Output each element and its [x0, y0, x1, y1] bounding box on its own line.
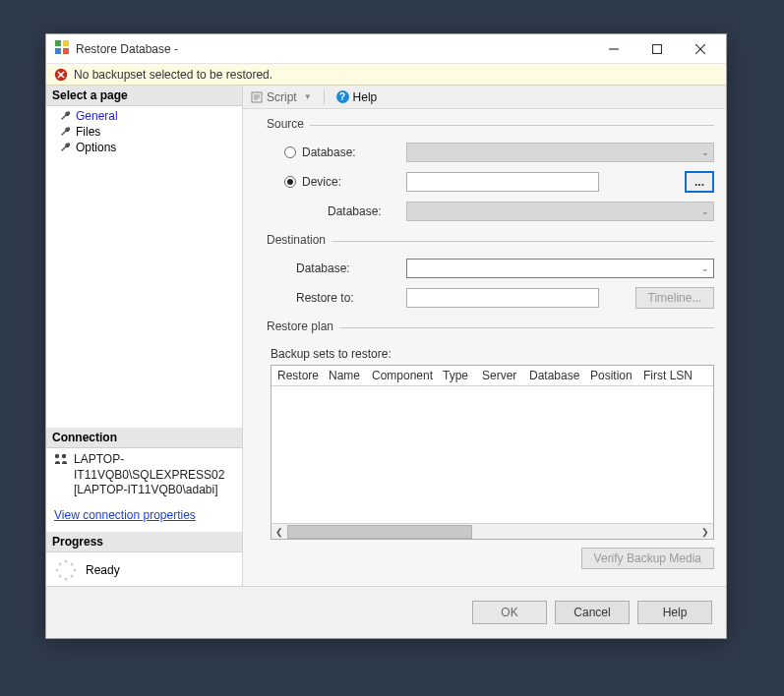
source-secondary-database-combo: ⌄: [406, 202, 714, 221]
backup-sets-grid[interactable]: Restore Name Component Type Server Datab…: [271, 365, 714, 540]
page-files[interactable]: Files: [46, 124, 242, 140]
chevron-down-icon: ▼: [304, 92, 312, 101]
cancel-button[interactable]: Cancel: [555, 601, 630, 624]
window-title: Restore Database -: [76, 42, 592, 56]
restore-to-label: Restore to:: [284, 291, 406, 305]
svg-point-15: [74, 569, 77, 572]
source-database-radio[interactable]: [284, 146, 296, 158]
scroll-left-icon[interactable]: ❮: [271, 524, 287, 540]
svg-point-16: [71, 575, 74, 578]
col-type[interactable]: Type: [437, 366, 476, 385]
error-icon: [54, 68, 68, 82]
wrench-icon: [60, 126, 72, 138]
col-name[interactable]: Name: [323, 366, 366, 385]
titlebar: Restore Database -: [46, 34, 726, 64]
grid-header: Restore Name Component Type Server Datab…: [271, 366, 713, 386]
svg-rect-5: [653, 44, 662, 53]
help-icon: ?: [336, 90, 349, 103]
grid-body: [271, 386, 713, 523]
connection-info: LAPTOP-IT11VQB0\SQLEXPRESS02 [LAPTOP-IT1…: [46, 448, 242, 502]
page-options[interactable]: Options: [46, 140, 242, 155]
restore-to-input[interactable]: [406, 288, 599, 308]
svg-rect-2: [55, 48, 61, 54]
svg-point-14: [71, 563, 74, 566]
toolbar-divider: [324, 89, 325, 105]
svg-point-18: [59, 575, 62, 578]
help-button-footer[interactable]: Help: [637, 601, 712, 624]
chevron-down-icon: ⌄: [701, 147, 709, 157]
warning-text: No backupset selected to be restored.: [74, 68, 272, 82]
col-server[interactable]: Server: [476, 366, 523, 385]
restore-plan-group-label: Restore plan: [267, 319, 339, 333]
toolstrip: Script ▼ ? Help: [243, 86, 726, 109]
svg-rect-1: [63, 40, 69, 46]
server-icon: [54, 452, 68, 498]
source-database-label: Database:: [302, 145, 406, 159]
restore-database-dialog: Restore Database - No backupset selected…: [45, 33, 727, 639]
dialog-footer: OK Cancel Help: [46, 587, 726, 638]
source-device-radio[interactable]: [284, 176, 296, 188]
source-device-label: Device:: [302, 175, 406, 189]
progress-status: Ready: [46, 552, 242, 586]
ok-button[interactable]: OK: [472, 601, 547, 624]
left-pane: Select a page General Files Options Conn…: [46, 86, 243, 586]
dest-database-combo[interactable]: ⌄: [406, 259, 714, 278]
view-connection-properties-link[interactable]: View connection properties: [46, 502, 242, 532]
connection-header: Connection: [46, 428, 242, 448]
source-device-input[interactable]: [406, 172, 599, 192]
wrench-icon: [60, 110, 72, 122]
scroll-right-icon[interactable]: ❯: [697, 524, 713, 540]
page-general[interactable]: General: [46, 108, 242, 124]
progress-header: Progress: [46, 532, 242, 552]
select-page-header: Select a page: [46, 86, 242, 106]
chevron-down-icon: ⌄: [701, 263, 709, 273]
connection-string: LAPTOP-IT11VQB0\SQLEXPRESS02 [LAPTOP-IT1…: [74, 452, 236, 498]
app-icon: [54, 39, 70, 58]
wrench-icon: [60, 142, 72, 153]
col-restore[interactable]: Restore: [271, 366, 323, 385]
script-icon: [251, 91, 263, 103]
source-secondary-database-label: Database:: [284, 204, 406, 218]
chevron-down-icon: ⌄: [701, 206, 709, 216]
warning-bar: No backupset selected to be restored.: [46, 64, 726, 86]
script-button[interactable]: Script ▼: [247, 88, 316, 106]
col-database[interactable]: Database: [523, 366, 584, 385]
verify-backup-media-button: Verify Backup Media: [581, 548, 714, 569]
svg-point-13: [65, 560, 68, 563]
help-button[interactable]: ? Help: [332, 88, 382, 106]
close-button[interactable]: [679, 35, 722, 63]
destination-group-label: Destination: [267, 233, 332, 247]
svg-point-19: [56, 569, 59, 572]
col-position[interactable]: Position: [584, 366, 637, 385]
col-component[interactable]: Component: [366, 366, 437, 385]
progress-spinner-icon: [54, 558, 78, 582]
svg-point-20: [59, 563, 62, 566]
svg-rect-3: [63, 48, 69, 54]
col-first-lsn[interactable]: First LSN: [637, 366, 713, 385]
svg-point-17: [65, 578, 68, 581]
svg-rect-0: [55, 40, 61, 46]
svg-point-11: [55, 454, 59, 458]
source-group-label: Source: [267, 117, 310, 131]
dest-database-label: Database:: [284, 261, 406, 275]
backup-sets-label: Backup sets to restore:: [271, 347, 714, 361]
scroll-thumb[interactable]: [287, 525, 472, 539]
maximize-button[interactable]: [635, 35, 679, 63]
minimize-button[interactable]: [592, 35, 635, 63]
horizontal-scrollbar[interactable]: ❮ ❯: [271, 523, 713, 539]
svg-point-12: [62, 454, 66, 458]
progress-text: Ready: [86, 563, 120, 577]
timeline-button: Timeline...: [635, 287, 714, 309]
browse-device-button[interactable]: ...: [685, 171, 714, 193]
source-database-combo: ⌄: [406, 143, 714, 162]
